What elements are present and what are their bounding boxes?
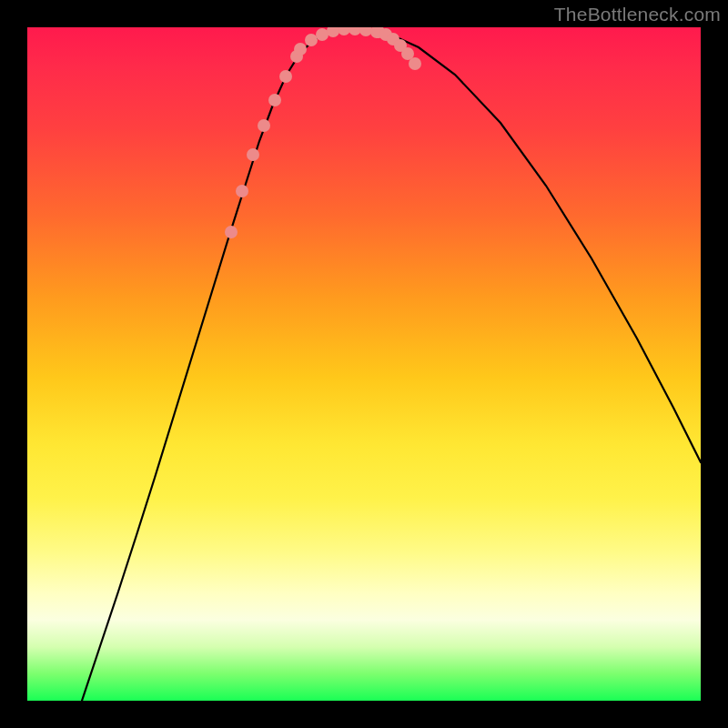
curve-layer <box>27 27 701 701</box>
highlight-dot <box>247 148 259 161</box>
highlight-dot <box>327 27 339 37</box>
highlight-dot <box>279 70 292 83</box>
highlight-right <box>372 27 421 70</box>
highlight-dot <box>294 43 307 56</box>
highlight-dot <box>258 119 270 132</box>
highlight-dot <box>359 27 372 36</box>
chart-frame: TheBottleneck.com <box>0 0 728 728</box>
highlight-dot <box>305 34 318 46</box>
highlight-bottom <box>294 27 383 56</box>
highlight-dot <box>268 94 281 106</box>
highlight-dot <box>349 27 361 35</box>
watermark-text: TheBottleneck.com <box>554 4 721 25</box>
highlight-dot <box>236 185 248 197</box>
bottleneck-curve <box>82 29 701 701</box>
highlight-dot <box>316 28 329 41</box>
highlight-dot <box>338 27 350 35</box>
highlight-dot <box>409 57 421 70</box>
highlight-dot <box>225 226 238 238</box>
